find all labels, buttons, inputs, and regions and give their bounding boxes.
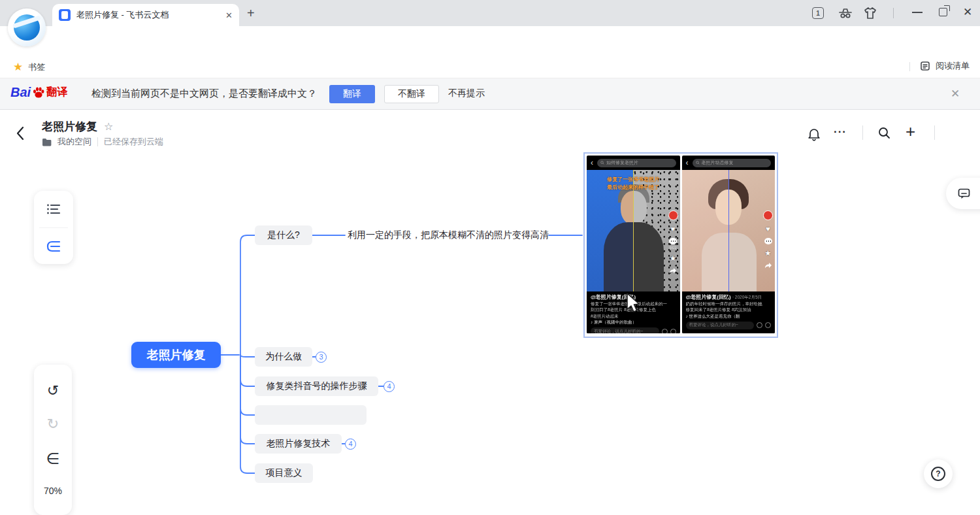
reading-list-button[interactable]: 阅读清单 <box>920 60 970 72</box>
comment-input-right: 有爱评论，说点儿好听的~ <box>686 322 755 329</box>
close-window-button[interactable]: ✕ <box>963 5 972 19</box>
baidu-translate-logo: Bai 翻译 <box>10 85 67 100</box>
mindmap-canvas[interactable]: ↺ ↻ ∈ 70% 老照片修复 是什么? 利用一定的手段，把原本模糊不清的照片变… <box>0 150 980 515</box>
tab-title: 老照片修复 - 飞书云文档 <box>76 9 221 21</box>
node-steps[interactable]: 修复类抖音号的操作步骤 <box>255 376 378 396</box>
comment-bubble-icon <box>669 238 677 244</box>
douyin-info-right: @老照片修复(回忆) · 2020年2月5日 奶奶年轻时候唯一保存的照片，幸好给… <box>682 291 776 333</box>
incognito-icon[interactable] <box>838 6 853 20</box>
video-overlay-caption: 修复了一张爷爷老照片 最后动起来的样子绝了 <box>587 176 680 191</box>
doc-space-label[interactable]: 我的空间 <box>57 136 91 148</box>
mention-icon-right <box>757 322 762 328</box>
caption-line: #老照片动起来 <box>591 313 676 319</box>
tab-close-icon[interactable]: ✕ <box>225 10 233 20</box>
douyin-search-bar-left: 如何修复老照片 <box>597 159 676 167</box>
node-why-collapse-badge[interactable]: 3 <box>316 352 327 363</box>
music-line: ♪ 世界这么大还是遇见你（翻 <box>686 314 772 320</box>
bookmarks-bar: ★ 书签 阅读清单 <box>0 56 980 78</box>
translate-never-button[interactable]: 不再提示 <box>448 88 485 99</box>
maximize-restore-button[interactable] <box>939 8 947 16</box>
douyin-author-right: @老照片修复(回忆) · 2020年2月5日 <box>686 293 772 301</box>
music-line: ♪ 原声（视频中的歌曲） <box>591 320 676 325</box>
douyin-author-avatar-right <box>763 210 773 220</box>
reading-list-label: 阅读清单 <box>936 60 970 72</box>
new-tab-button[interactable]: + <box>247 6 255 21</box>
bookmarks-folder[interactable]: ★ 书签 <box>13 60 45 74</box>
node-tech[interactable]: 老照片修复技术 <box>255 434 342 454</box>
comment-bubble-icon-right <box>764 238 772 244</box>
reading-list-icon <box>920 61 930 71</box>
douyin-search-icon <box>600 161 604 165</box>
douyin-search-text-right: 老照片动态修复 <box>702 159 734 166</box>
caption-line: 奶奶年轻时候唯一保存的照片，幸好给她 <box>686 301 772 307</box>
douyin-screenshot-right: ‹ 老照片动态修复 ♥ ★ <box>682 156 776 333</box>
titlebar-separator <box>893 8 894 18</box>
comments-panel-toggle[interactable] <box>946 178 980 209</box>
doc-more-menu-button[interactable]: ··· <box>834 125 847 139</box>
create-new-button[interactable]: + <box>906 122 915 142</box>
mindmap-icon <box>46 240 61 253</box>
zoom-level[interactable]: 70% <box>44 486 62 496</box>
doc-back-button[interactable] <box>16 125 25 141</box>
translate-bar-close-icon[interactable]: ✕ <box>951 87 960 101</box>
baidu-translate-bar: Bai 翻译 检测到当前网页不是中文网页，是否要翻译成中文？ 翻译 不翻译 不再… <box>0 78 980 110</box>
doc-header: 老照片修复 ☆ 我的空间 已经保存到云端 分享 ··· + 0 <box>0 110 980 150</box>
node-meaning[interactable]: 项目意义 <box>255 463 313 483</box>
mindmap-root-node[interactable]: 老照片修复 <box>131 342 221 368</box>
mention-icon <box>662 329 668 333</box>
node-empty[interactable] <box>255 405 367 425</box>
caption-line: 修复回来了#老照片修复 #武汉加油 <box>686 307 772 312</box>
emoji-icon <box>670 329 676 333</box>
browser-tab[interactable]: 老照片修复 - 飞书云文档 ✕ <box>52 4 239 26</box>
search-icon[interactable] <box>877 126 891 140</box>
share-arrow-icon <box>669 267 677 274</box>
help-button[interactable]: ? <box>924 459 953 488</box>
baidu-paw-icon <box>32 86 45 100</box>
before-after-divider-blue <box>728 170 729 291</box>
outline-list-icon <box>46 203 61 215</box>
tab-count-box[interactable]: 1 <box>812 7 824 19</box>
douyin-search-icon-right <box>696 161 700 165</box>
bookmarks-separator <box>909 62 910 71</box>
redo-button[interactable]: ↻ <box>47 417 59 431</box>
doc-favorite-star-icon[interactable]: ☆ <box>104 120 113 133</box>
photo-before-after-man: 修复了一张爷爷老照片 最后动起来的样子绝了 ♥ 5822 ★ <box>587 170 680 291</box>
favorite-star-icon-douyin: ★ <box>670 255 676 262</box>
collapse-branches-button[interactable]: ∈ <box>46 451 60 467</box>
translate-confirm-button[interactable]: 翻译 <box>329 85 375 103</box>
like-heart-icon: ♥ <box>671 225 676 233</box>
emoji-icon-right <box>765 322 771 328</box>
douyin-search-text-left: 如何修复老照片 <box>606 159 638 166</box>
browser-toolbar: ‹ › ↻ ☆ 译 ↺ ▾ ··· <box>0 26 980 56</box>
theme-shirt-icon[interactable] <box>862 6 878 20</box>
photo-before-after-woman: ♥ ★ <box>682 170 776 291</box>
node-steps-collapse-badge[interactable]: 4 <box>384 381 395 392</box>
douyin-back-icon: ‹ <box>591 158 593 167</box>
favorite-star-icon-right: ★ <box>765 250 772 257</box>
bookmark-star-icon: ★ <box>13 60 23 74</box>
browser-logo <box>8 8 46 46</box>
node-what[interactable]: 是什么? <box>255 225 312 245</box>
canvas-tools-panel: ↺ ↻ ∈ 70% <box>34 365 72 515</box>
feishu-favicon-icon <box>59 9 71 21</box>
comment-count: 5822 <box>669 246 676 250</box>
doc-title: 老照片修复 <box>42 119 97 134</box>
baidu-logo-fanyi: 翻译 <box>46 86 67 99</box>
node-tech-collapse-badge[interactable]: 4 <box>345 439 356 450</box>
douyin-back-icon-right: ‹ <box>686 158 689 167</box>
attached-image-douyin-screenshots[interactable]: ‹ 如何修复老照片 <box>583 152 778 338</box>
doc-save-status: 已经保存到云端 <box>104 136 163 148</box>
undo-button[interactable]: ↺ <box>47 384 59 398</box>
node-why[interactable]: 为什么做 <box>255 347 312 367</box>
outline-view-button[interactable] <box>34 191 73 227</box>
comment-icon <box>958 188 970 199</box>
douyin-action-rail-right: ♥ ★ <box>763 210 773 269</box>
node-what-detail[interactable]: 利用一定的手段，把原本模糊不清的照片变得高清 <box>348 229 549 241</box>
baidu-logo-bai: Bai <box>10 85 31 100</box>
notifications-bell-icon[interactable] <box>808 127 821 141</box>
mindmap-view-button[interactable] <box>34 228 73 265</box>
view-switch-panel <box>34 191 73 264</box>
bookmarks-label: 书签 <box>28 61 45 73</box>
translate-decline-button[interactable]: 不翻译 <box>384 85 439 103</box>
minimize-button[interactable] <box>912 12 923 13</box>
